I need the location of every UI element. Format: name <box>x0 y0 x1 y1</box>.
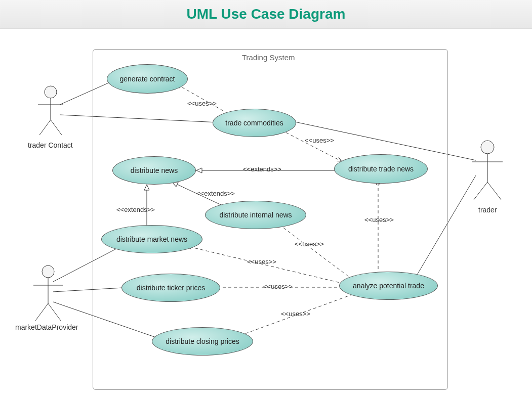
actor-market-data-provider <box>30 264 66 325</box>
label-extends-1: <<extends>> <box>243 165 281 173</box>
usecase-label: distribute closing prices <box>166 337 239 345</box>
label-uses-6: <<uses>> <box>263 283 293 290</box>
page-title: UML Use Case Diagram <box>0 6 532 22</box>
svg-line-30 <box>35 303 48 321</box>
svg-line-25 <box>474 182 487 200</box>
system-label: Trading System <box>242 53 295 62</box>
usecase-distribute-closing-prices: distribute closing prices <box>152 327 253 356</box>
label-uses-1: <<uses>> <box>187 100 217 107</box>
svg-line-31 <box>48 303 61 321</box>
usecase-label: trade commodities <box>225 119 283 127</box>
label-uses-3: <<uses>> <box>364 216 394 224</box>
usecase-distribute-news: distribute news <box>112 156 196 185</box>
usecase-analyze-potential-trade: analyze potential trade <box>339 272 438 300</box>
label-uses-5: <<uses>> <box>247 258 276 265</box>
label-uses-7: <<uses>> <box>281 310 310 318</box>
usecase-distribute-market-news: distribute market news <box>101 225 202 253</box>
label-extends-2: <<extends>> <box>196 190 235 197</box>
usecase-label: generate contract <box>120 75 175 83</box>
svg-point-27 <box>42 265 54 278</box>
usecase-label: distribute market news <box>116 235 187 243</box>
svg-line-26 <box>487 182 501 200</box>
usecase-distribute-trade-news: distribute trade news <box>334 154 428 184</box>
actor-label-trader-contact: trader Contact <box>28 141 73 149</box>
diagram-canvas: Trading System generate contract trade c… <box>0 29 532 399</box>
page-header: UML Use Case Diagram <box>0 0 532 29</box>
usecase-distribute-internal-news: distribute internal news <box>205 201 306 229</box>
usecase-label: analyze potential trade <box>353 282 424 290</box>
svg-line-20 <box>39 120 51 135</box>
usecase-trade-commodities: trade commodities <box>213 109 296 137</box>
label-uses-4: <<uses>> <box>295 240 324 248</box>
svg-line-21 <box>51 120 62 135</box>
actor-label-market-data-provider: marketDataProvider <box>15 323 78 331</box>
usecase-generate-contract: generate contract <box>107 64 188 94</box>
actor-trader <box>470 139 505 205</box>
usecase-label: distribute news <box>131 166 178 174</box>
usecase-label: distribute trade news <box>348 165 414 173</box>
svg-point-17 <box>45 86 57 98</box>
usecase-distribute-ticker-prices: distribute ticker prices <box>121 274 220 302</box>
actor-label-trader: trader <box>478 206 497 214</box>
label-extends-3: <<extends>> <box>116 206 155 213</box>
actor-trader-contact <box>35 84 66 140</box>
usecase-label: distribute internal news <box>219 211 292 219</box>
svg-point-22 <box>481 141 494 154</box>
label-uses-2: <<uses>> <box>305 137 334 144</box>
usecase-label: distribute ticker prices <box>137 284 205 292</box>
